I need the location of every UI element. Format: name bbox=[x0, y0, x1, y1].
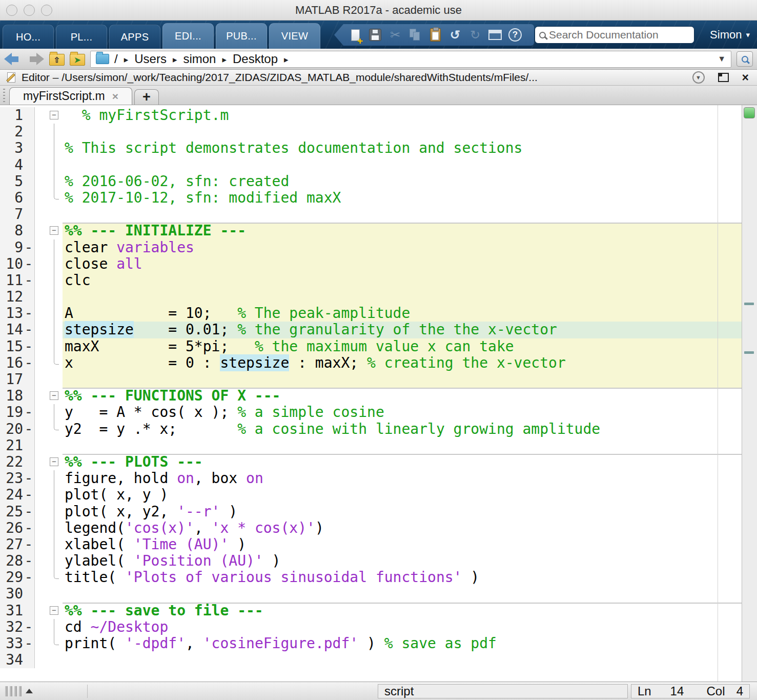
code-line[interactable]: 32-cd ~/Desktop bbox=[0, 619, 742, 635]
breadcrumb-item[interactable]: simon bbox=[183, 52, 216, 66]
line-number-gutter[interactable]: 11- bbox=[0, 272, 35, 289]
folder-search-button[interactable] bbox=[736, 51, 753, 67]
code-line[interactable]: 12 bbox=[0, 289, 742, 305]
collapse-section-icon[interactable]: − bbox=[50, 391, 58, 400]
breadcrumb[interactable]: /▸Users▸simon▸Desktop▸ ▼ bbox=[90, 51, 731, 68]
code-line[interactable]: 17 bbox=[0, 371, 742, 388]
code-line[interactable]: 9-clear variables bbox=[0, 239, 742, 256]
file-tab[interactable]: myFirstScript.m × bbox=[9, 87, 132, 105]
close-editor-icon[interactable]: × bbox=[742, 72, 749, 84]
code-editor[interactable]: 1− % myFirstScript.m23% This script demo… bbox=[0, 105, 757, 682]
toolstrip-tab-publish[interactable]: PUB... bbox=[216, 23, 267, 49]
line-number-gutter[interactable]: 23- bbox=[0, 470, 35, 487]
code-line[interactable]: 33-print( '-dpdf', 'cosineFigure.pdf' ) … bbox=[0, 635, 742, 652]
close-tab-icon[interactable]: × bbox=[112, 90, 118, 103]
code-line[interactable]: 4 bbox=[0, 157, 742, 173]
fold-margin[interactable]: − bbox=[35, 454, 63, 470]
tabbar-grip[interactable] bbox=[3, 89, 5, 103]
code-analyzer-indicator[interactable] bbox=[744, 107, 755, 118]
fold-margin[interactable]: − bbox=[35, 388, 63, 404]
code-line[interactable]: 6% 2017-10-12, sfn: modified maxX bbox=[0, 190, 742, 206]
fold-margin[interactable]: − bbox=[35, 603, 63, 619]
code-line[interactable]: 18−%% --- FUNCTIONS OF X --- bbox=[0, 388, 742, 404]
line-number-gutter[interactable]: 15- bbox=[0, 338, 35, 355]
toolstrip-tab-editor[interactable]: EDI... bbox=[162, 23, 214, 49]
code-line[interactable]: 28-ylabel( 'Position (AU)' ) bbox=[0, 553, 742, 569]
forward-button[interactable] bbox=[27, 52, 44, 66]
code-line[interactable]: 2 bbox=[0, 124, 742, 140]
code-line[interactable]: 23-figure, hold on, box on bbox=[0, 470, 742, 487]
analyzer-mark[interactable] bbox=[744, 303, 754, 305]
code-line[interactable]: 20-y2 = y .* x; % a cosine with linearly… bbox=[0, 421, 742, 437]
code-line[interactable]: 14-stepsize = 0.01; % the granularity of… bbox=[0, 322, 742, 338]
code-line[interactable]: 34 bbox=[0, 652, 742, 668]
code-line[interactable]: 30 bbox=[0, 586, 742, 602]
collapse-section-icon[interactable]: − bbox=[50, 111, 58, 119]
line-number-gutter[interactable]: 14- bbox=[0, 322, 35, 338]
line-number-gutter[interactable]: 19- bbox=[0, 404, 35, 421]
code-line[interactable]: 22−%% --- PLOTS --- bbox=[0, 454, 742, 470]
line-number-gutter[interactable]: 10- bbox=[0, 256, 35, 272]
line-number-gutter[interactable]: 25- bbox=[0, 504, 35, 520]
collapse-section-icon[interactable]: − bbox=[50, 606, 58, 615]
code-line[interactable]: 13-A = 10; % The peak-amplitude bbox=[0, 305, 742, 322]
up-one-level-icon[interactable]: ⇧ bbox=[49, 54, 65, 66]
minimize-window-button[interactable] bbox=[24, 5, 35, 16]
editor-actions-menu-icon[interactable]: ▼ bbox=[692, 71, 705, 84]
code-line[interactable]: 26-legend('cos(x)', 'x * cos(x)') bbox=[0, 520, 742, 536]
documentation-search[interactable] bbox=[535, 26, 694, 44]
user-menu[interactable]: Simon ▾ bbox=[710, 21, 750, 49]
analyzer-mark[interactable] bbox=[744, 351, 754, 354]
code-line[interactable]: 16-x = 0 : stepsize : maxX; % creating t… bbox=[0, 355, 742, 371]
code-line[interactable]: 27-xlabel( 'Time (AU)' ) bbox=[0, 536, 742, 553]
toolstrip-tab-apps[interactable]: APPS bbox=[109, 25, 160, 49]
search-documentation-input[interactable] bbox=[549, 29, 690, 41]
code-line[interactable]: 31−%% --- save to file --- bbox=[0, 603, 742, 619]
code-line[interactable]: 24-plot( x, y ) bbox=[0, 487, 742, 503]
collapse-section-icon[interactable]: − bbox=[50, 226, 58, 235]
window-layout-icon[interactable] bbox=[487, 27, 503, 43]
code-line[interactable]: 8−%% --- INITIALIZE --- bbox=[0, 223, 742, 239]
code-line[interactable]: 3% This script demonstrates documentatio… bbox=[0, 140, 742, 156]
line-number-gutter[interactable]: 26- bbox=[0, 520, 35, 536]
code-line[interactable]: 7 bbox=[0, 206, 742, 223]
breadcrumb-item[interactable]: Users bbox=[134, 52, 167, 66]
code-line[interactable]: 29-title( 'Plots of various sinusoidal f… bbox=[0, 569, 742, 586]
breadcrumb-dropdown-icon[interactable]: ▼ bbox=[718, 54, 726, 64]
help-icon[interactable]: ? bbox=[507, 27, 523, 43]
breadcrumb-item[interactable]: Desktop bbox=[233, 52, 278, 66]
line-number-gutter[interactable]: 32- bbox=[0, 619, 35, 635]
code-line[interactable]: 10-close all bbox=[0, 256, 742, 272]
line-number-gutter[interactable]: 28- bbox=[0, 553, 35, 569]
line-number-gutter[interactable]: 20- bbox=[0, 421, 35, 437]
code-line[interactable]: 5% 2016-06-02, sfn: created bbox=[0, 173, 742, 190]
back-button[interactable] bbox=[4, 52, 22, 66]
code-line[interactable]: 11-clc bbox=[0, 272, 742, 289]
line-number-gutter[interactable]: 29- bbox=[0, 569, 35, 586]
undo-icon[interactable]: ↺ bbox=[447, 27, 463, 43]
code-line[interactable]: 21 bbox=[0, 437, 742, 454]
new-script-icon[interactable]: + bbox=[347, 27, 363, 43]
line-number-gutter[interactable]: 16- bbox=[0, 355, 35, 371]
toolstrip-tab-plots[interactable]: PL... bbox=[56, 25, 107, 49]
line-number-gutter[interactable]: 33- bbox=[0, 635, 35, 652]
breadcrumb-item[interactable]: / bbox=[114, 52, 118, 66]
toolstrip-tab-home[interactable]: HO... bbox=[3, 25, 54, 49]
save-icon[interactable] bbox=[367, 27, 383, 43]
line-number-gutter[interactable]: 24- bbox=[0, 487, 35, 503]
code-line[interactable]: 15-maxX = 5*pi; % the maximum value x ca… bbox=[0, 338, 742, 355]
paste-icon[interactable] bbox=[427, 27, 443, 43]
line-number-gutter[interactable]: 27- bbox=[0, 536, 35, 553]
code-line[interactable]: 25-plot( x, y2, '--r' ) bbox=[0, 504, 742, 520]
collapse-section-icon[interactable]: − bbox=[50, 457, 58, 466]
fold-margin[interactable]: − bbox=[35, 223, 63, 239]
line-number-gutter[interactable]: 9- bbox=[0, 239, 35, 256]
statusbar-resize-handle[interactable] bbox=[0, 682, 38, 700]
new-tab-button[interactable]: + bbox=[134, 89, 159, 105]
zoom-window-button[interactable] bbox=[41, 5, 52, 16]
close-window-button[interactable] bbox=[6, 5, 17, 16]
line-number-gutter[interactable]: 13- bbox=[0, 305, 35, 322]
fold-margin[interactable]: − bbox=[35, 107, 63, 124]
code-line[interactable]: 1− % myFirstScript.m bbox=[0, 107, 742, 124]
undock-editor-icon[interactable] bbox=[718, 73, 729, 82]
